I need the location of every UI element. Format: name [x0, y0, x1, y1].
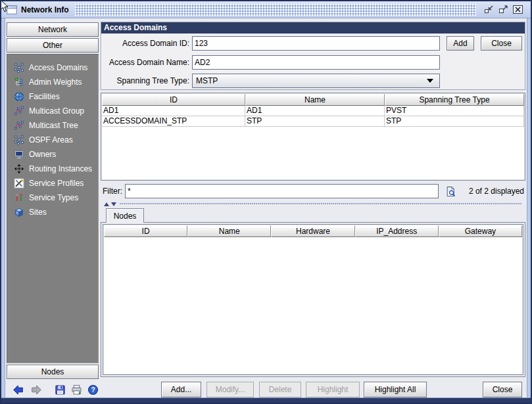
- splitter-up-icon[interactable]: [104, 202, 109, 206]
- column-header[interactable]: Name: [187, 225, 271, 237]
- column-header[interactable]: Spanning Tree Type: [385, 94, 524, 106]
- close-button-top[interactable]: Close: [481, 36, 522, 51]
- window-frame-right: [527, 18, 531, 397]
- table-cell: STP: [245, 116, 385, 127]
- table-header: ID Name Hardware IP_Address Gateway: [104, 225, 522, 237]
- highlight-button[interactable]: Highlight: [306, 382, 360, 397]
- nodes-table: ID Name Hardware IP_Address Gateway: [103, 224, 523, 375]
- close-icon[interactable]: [511, 4, 524, 15]
- sidebar-item-label: Routing Instances: [29, 164, 92, 173]
- filter-search-icon: [445, 186, 456, 197]
- main-area: Access Domains Access Domain ID: Access …: [101, 19, 525, 397]
- help-icon[interactable]: ?: [85, 382, 100, 397]
- filter-search-button[interactable]: [443, 184, 458, 198]
- sidebar-item-owners[interactable]: Owners: [7, 147, 98, 162]
- highlight-all-button[interactable]: Highlight All: [364, 382, 427, 397]
- filter-row: Filter: 2 of 2 displayed: [101, 183, 525, 200]
- sidebar-item-multicast-tree[interactable]: Multicast Tree: [7, 118, 98, 133]
- close-button-bottom[interactable]: Close: [483, 382, 522, 397]
- access-domains-panel: Access Domains Access Domain ID: Access …: [101, 22, 525, 90]
- sites-icon: [14, 207, 24, 217]
- sidebar-item-sites[interactable]: Sites: [7, 205, 98, 219]
- sidebar-category-nodes[interactable]: Nodes: [7, 365, 99, 379]
- sidebar-item-service-types[interactable]: Service Types: [7, 191, 98, 205]
- sidebar-category-other[interactable]: Other: [7, 38, 99, 53]
- table-body: AD1 AD1 PVST ACCESSDOMAIN_STP STP STP: [102, 106, 524, 127]
- panel-title: Access Domains: [101, 22, 525, 34]
- splitter-down-icon[interactable]: [111, 202, 116, 206]
- spanning-tree-type-select[interactable]: MSTP: [192, 74, 440, 88]
- table-cell: AD1: [245, 106, 385, 116]
- sidebar-item-multicast-group[interactable]: Multicast Group: [7, 104, 98, 118]
- column-header[interactable]: Hardware: [271, 225, 354, 237]
- maximize-icon[interactable]: [496, 4, 510, 15]
- modify-button[interactable]: Modify...: [206, 382, 254, 397]
- sidebar: Network Other Access Domains Admin Weigh…: [5, 19, 100, 397]
- restore-icon[interactable]: [482, 4, 495, 15]
- window-icon: [7, 5, 17, 15]
- bottom-toolbar: ? Add... Modify... Delete Highlight High…: [5, 381, 527, 398]
- access-domains-icon: [14, 62, 24, 73]
- forward-icon[interactable]: [29, 382, 43, 397]
- add-ellipsis-button[interactable]: Add...: [161, 382, 201, 397]
- back-icon[interactable]: [11, 382, 25, 397]
- column-header[interactable]: ID: [104, 225, 187, 237]
- table-row[interactable]: ACCESSDOMAIN_STP STP STP: [102, 116, 524, 127]
- owners-icon: [14, 149, 24, 160]
- filter-input[interactable]: [125, 184, 439, 198]
- sidebar-item-admin-weights[interactable]: Admin Weights: [7, 75, 98, 89]
- access-domain-name-input[interactable]: [192, 55, 440, 70]
- multicast-group-icon: [14, 106, 24, 116]
- filter-label: Filter:: [103, 187, 122, 196]
- table-row[interactable]: AD1 AD1 PVST: [102, 106, 524, 116]
- admin-weights-icon: [14, 77, 24, 87]
- split-pane-divider[interactable]: [101, 201, 525, 207]
- access-domain-name-label: Access Domain Name:: [103, 58, 189, 67]
- sidebar-item-facilities[interactable]: Facilities: [7, 89, 98, 104]
- splitter-texture: [120, 203, 522, 205]
- column-header[interactable]: Gateway: [439, 225, 522, 237]
- add-button[interactable]: Add: [447, 36, 474, 51]
- sidebar-item-access-domains[interactable]: Access Domains: [7, 60, 98, 75]
- selected-option: MSTP: [193, 76, 427, 85]
- sidebar-item-label: Access Domains: [29, 63, 87, 72]
- sidebar-item-service-profiles[interactable]: Service Profiles: [7, 176, 98, 191]
- sidebar-list: Access Domains Admin Weights Facilities …: [7, 54, 99, 363]
- combo-arrow-icon: [427, 79, 433, 83]
- sidebar-item-label: Owners: [29, 150, 56, 159]
- sidebar-item-label: Multicast Group: [29, 106, 84, 116]
- window-title: Network Info: [21, 5, 69, 14]
- service-types-icon: [14, 192, 24, 203]
- column-header[interactable]: ID: [102, 94, 245, 106]
- nodes-tab-content: ID Name Hardware IP_Address Gateway: [101, 222, 525, 377]
- network-info-window: Network Info Network Other Access Domain…: [0, 0, 532, 404]
- sidebar-item-label: Admin Weights: [29, 78, 82, 87]
- sidebar-item-ospf-areas[interactable]: OSPF Areas: [7, 133, 98, 147]
- access-domain-form: Access Domain ID: Access Domain Name: Sp…: [101, 34, 525, 89]
- window-content: Network Other Access Domains Admin Weigh…: [5, 19, 527, 397]
- table-header: ID Name Spanning Tree Type: [102, 94, 524, 106]
- sidebar-category-network[interactable]: Network: [7, 22, 99, 37]
- save-icon[interactable]: [53, 382, 67, 397]
- table-cell: STP: [385, 116, 524, 127]
- access-domains-table: ID Name Spanning Tree Type AD1 AD1 PVST: [101, 93, 525, 181]
- sidebar-item-routing-instances[interactable]: Routing Instances: [7, 162, 98, 176]
- column-header[interactable]: Name: [245, 94, 385, 106]
- sidebar-item-label: OSPF Areas: [29, 135, 73, 145]
- access-domain-id-input[interactable]: [192, 36, 440, 51]
- svg-text:?: ?: [91, 386, 95, 393]
- print-icon[interactable]: [69, 382, 84, 397]
- sidebar-item-label: Multicast Tree: [29, 121, 78, 130]
- service-profiles-icon: [14, 178, 24, 189]
- facilities-icon: [14, 91, 24, 102]
- titlebar[interactable]: Network Info: [1, 1, 531, 18]
- column-header[interactable]: IP_Address: [355, 225, 439, 237]
- window-frame-bottom: [1, 397, 531, 403]
- access-domain-id-label: Access Domain ID:: [103, 39, 189, 48]
- nodes-tab-panel: Nodes ID Name Hardware IP_Address Gatewa…: [101, 208, 525, 377]
- tab-nodes[interactable]: Nodes: [106, 208, 144, 223]
- routing-instances-icon: [14, 164, 24, 174]
- table-cell: AD1: [102, 106, 245, 116]
- multicast-tree-icon: [14, 120, 24, 131]
- delete-button[interactable]: Delete: [259, 382, 301, 397]
